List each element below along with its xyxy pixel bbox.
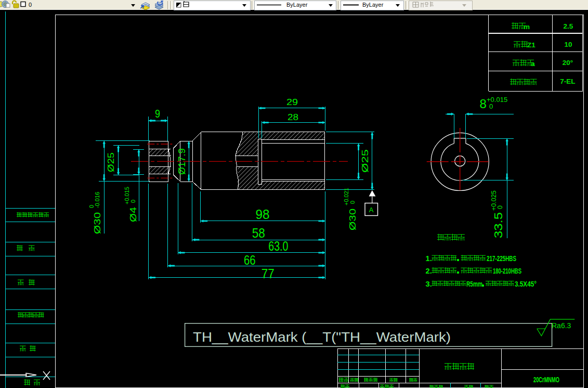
svg-text:1.: 1.	[426, 254, 432, 263]
svg-text:3.: 3.	[426, 280, 432, 288]
svg-text:10: 10	[564, 41, 572, 48]
svg-text:77: 77	[262, 266, 275, 281]
svg-text:3.5X45°: 3.5X45°	[515, 280, 537, 288]
svg-text:Ø25: Ø25	[360, 149, 370, 173]
svg-text:Ø4: Ø4	[128, 207, 138, 222]
svg-text:a: a	[531, 60, 535, 68]
svg-text:-0.016: -0.016	[94, 192, 100, 208]
svg-text:180-210HBS: 180-210HBS	[493, 267, 521, 275]
svg-text:0: 0	[130, 200, 136, 203]
svg-text:66: 66	[244, 252, 256, 268]
svg-text:A: A	[369, 206, 374, 214]
svg-text:0: 0	[496, 205, 504, 209]
svg-text:+0.021: +0.021	[343, 188, 349, 205]
svg-text:2.5: 2.5	[564, 22, 573, 30]
svg-text:33.5: 33.5	[492, 212, 505, 238]
svg-text:+0.015: +0.015	[124, 187, 130, 204]
svg-text:29: 29	[286, 98, 298, 107]
svg-text:0: 0	[489, 102, 493, 110]
svg-text:m: m	[524, 23, 530, 31]
svg-text:Ø17.9: Ø17.9	[177, 148, 187, 175]
svg-text:Ø30: Ø30	[348, 209, 358, 230]
svg-text:98: 98	[256, 206, 270, 222]
svg-text:TH__WaterMark (__T("TH__WaterM: TH__WaterMark (__T("TH__WaterMark)	[193, 329, 451, 345]
svg-text:Z1: Z1	[527, 41, 535, 49]
svg-text:58: 58	[252, 225, 265, 241]
svg-text:2.: 2.	[426, 267, 432, 275]
svg-text:R5mm: R5mm	[466, 280, 482, 288]
svg-text:Ø30: Ø30	[93, 212, 102, 234]
svg-text:28: 28	[288, 113, 298, 122]
svg-text:20°: 20°	[563, 59, 573, 67]
svg-text:217-225HBS: 217-225HBS	[487, 254, 516, 263]
svg-text:0: 0	[349, 201, 356, 204]
svg-text:9: 9	[155, 107, 160, 120]
svg-text:Ø25: Ø25	[106, 152, 116, 172]
svg-text:8: 8	[480, 97, 487, 111]
svg-text:63.0: 63.0	[268, 238, 288, 254]
svg-text:Ra6.3: Ra6.3	[552, 321, 571, 330]
svg-text:20CrMNMO: 20CrMNMO	[533, 376, 559, 384]
svg-text:7-EL: 7-EL	[560, 77, 575, 85]
